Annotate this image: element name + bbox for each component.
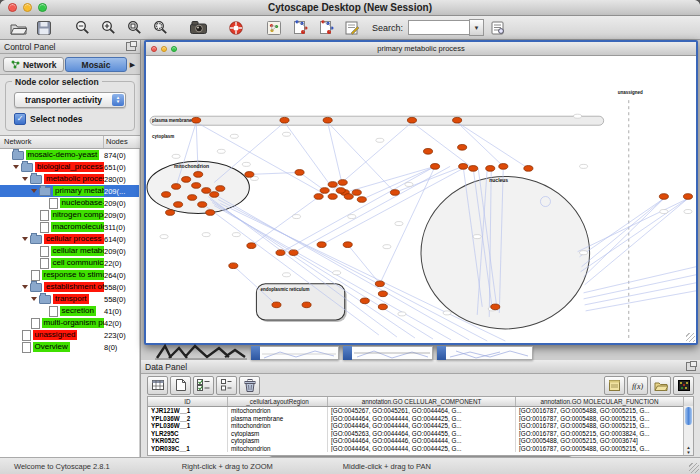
tree-row[interactable]: nucleobase-con209(0) (0, 197, 139, 209)
tree-row[interactable]: unassigned223(0) (0, 329, 139, 341)
network-node[interactable] (182, 177, 191, 183)
create-attribute-icon[interactable] (170, 376, 191, 395)
network-node[interactable] (174, 202, 183, 208)
network-node[interactable] (314, 194, 323, 200)
tree-row[interactable]: macromolecule311(0) (0, 221, 139, 233)
window-resize-grip[interactable] (689, 463, 699, 473)
network-node[interactable] (524, 166, 533, 172)
edit-notes-icon[interactable] (604, 376, 625, 395)
network-node[interactable] (390, 190, 399, 196)
scrollbar-arrows[interactable]: ▲▼ (684, 445, 693, 455)
tree-row[interactable]: biological_process651(0) (0, 161, 139, 173)
network-node[interactable] (360, 298, 369, 304)
network-node[interactable] (302, 302, 311, 308)
network-node[interactable] (323, 117, 332, 123)
network-node[interactable] (192, 117, 201, 123)
network-view-window[interactable]: primary metabolic process plasma membran… (144, 40, 698, 345)
canvas-resize-grip[interactable] (686, 333, 695, 342)
network-node[interactable] (172, 184, 181, 190)
import-network-red-icon[interactable] (314, 18, 338, 38)
network-node[interactable] (378, 291, 387, 297)
network-node[interactable] (198, 202, 207, 208)
network-node[interactable] (192, 183, 201, 189)
network-node[interactable] (317, 242, 326, 248)
background-window-1[interactable] (251, 346, 339, 360)
tree-row[interactable]: response to stimul264(0) (0, 269, 139, 281)
network-node[interactable] (295, 170, 304, 176)
network-node[interactable] (210, 192, 219, 198)
tab-overflow-arrow[interactable]: ▶ (128, 61, 137, 69)
network-canvas[interactable]: plasma membranecytoplasmmitochondrionnuc… (146, 56, 696, 343)
network-node[interactable] (166, 210, 175, 216)
unselect-attributes-icon[interactable] (216, 376, 237, 395)
tree-row[interactable]: cell communicat22(0) (0, 257, 139, 269)
window-titlebar[interactable]: Cytoscape Desktop (New Session) (0, 0, 700, 16)
network-node[interactable] (659, 194, 668, 200)
zoom-fit-icon[interactable] (122, 18, 146, 38)
network-node[interactable] (459, 164, 468, 170)
annotation-doc-icon[interactable] (340, 18, 364, 38)
tab-mosaic[interactable]: Mosaic (65, 57, 126, 72)
background-window-3[interactable] (437, 346, 533, 360)
network-node[interactable] (320, 188, 329, 194)
table-row[interactable]: YLR295Ccytoplasm[GO:0045263, GO:0044464,… (148, 430, 693, 438)
network-window-titlebar[interactable]: primary metabolic process (146, 42, 696, 56)
network-node[interactable] (276, 250, 285, 256)
network-node[interactable] (458, 145, 467, 151)
expand-triangle-icon[interactable] (31, 297, 37, 301)
attribute-matrix-icon[interactable] (673, 376, 694, 395)
network-node[interactable] (378, 304, 387, 310)
network-graph[interactable]: plasma membranecytoplasmmitochondrionnuc… (146, 56, 696, 343)
search-dropdown-arrow[interactable]: ▼ (469, 19, 484, 36)
attribute-table-icon[interactable] (147, 376, 168, 395)
network-node[interactable] (216, 186, 225, 192)
network-node[interactable] (407, 117, 416, 123)
tree-row[interactable]: nitrogen compo209(0) (0, 209, 139, 221)
network-node[interactable] (424, 149, 433, 155)
network-node[interactable] (280, 117, 289, 123)
table-row[interactable]: YKR052Ccytoplasm[GO:0044464, GO:0044446,… (148, 437, 693, 445)
expand-triangle-icon[interactable] (22, 177, 28, 181)
network-node[interactable] (486, 166, 495, 172)
advanced-search-doc-icon[interactable] (486, 18, 510, 38)
tree-row[interactable]: metabolic process280(0) (0, 173, 139, 185)
zoom-out-icon[interactable] (70, 18, 94, 38)
column-header[interactable]: annotation.GO MOLECULAR_FUNCTION (516, 397, 684, 406)
tree-col-network[interactable]: Network (0, 136, 104, 148)
tree-row[interactable]: Overview8(0) (0, 341, 139, 353)
table-row[interactable]: YJR121W__1mitochondrion[GO:0045267, GO:0… (148, 407, 693, 415)
tree-row[interactable]: transport558(0) (0, 293, 139, 305)
expand-triangle-icon[interactable] (13, 165, 19, 169)
column-header[interactable]: annotation.GO CELLULAR_COMPONENT (328, 397, 516, 406)
network-image-icon[interactable] (262, 18, 286, 38)
network-node[interactable] (162, 192, 171, 198)
network-node[interactable] (206, 210, 215, 216)
zoom-in-icon[interactable] (96, 18, 120, 38)
network-node[interactable] (344, 194, 353, 200)
network-node[interactable] (229, 263, 238, 269)
table-row[interactable]: YDR039C__1mitochondrion[GO:0044464, GO:0… (148, 445, 693, 453)
tree-row[interactable]: primary metabolic209(... (0, 185, 139, 197)
network-node[interactable] (328, 194, 337, 200)
import-attributes-icon[interactable] (650, 376, 671, 395)
tree-row[interactable]: mosaic-demo-yeast874(0) (0, 149, 139, 161)
network-node[interactable] (338, 180, 347, 186)
table-scrollbar[interactable]: ▲▼ (683, 406, 693, 455)
network-node[interactable] (499, 164, 508, 170)
network-node[interactable] (272, 302, 281, 308)
network-node[interactable] (683, 194, 692, 200)
compartment-ellipse[interactable] (421, 176, 590, 329)
table-row[interactable]: YPL036W__2plasma membrane[GO:0044464, GO… (148, 415, 693, 423)
snapshot-camera-icon[interactable] (186, 18, 210, 38)
network-node[interactable] (336, 188, 345, 194)
network-node[interactable] (194, 172, 203, 178)
help-lifering-icon[interactable] (224, 18, 248, 38)
node-color-dropdown[interactable]: transporter activity ▲▼ (14, 92, 126, 108)
save-session-icon[interactable] (32, 18, 56, 38)
tree-row[interactable]: multi-organism pro42(0) (0, 317, 139, 329)
network-node[interactable] (453, 117, 462, 123)
float-panel-icon[interactable] (686, 362, 696, 371)
search-input[interactable] (408, 20, 469, 35)
tree-row[interactable]: cellular process614(0) (0, 233, 139, 245)
network-node[interactable] (469, 166, 478, 172)
